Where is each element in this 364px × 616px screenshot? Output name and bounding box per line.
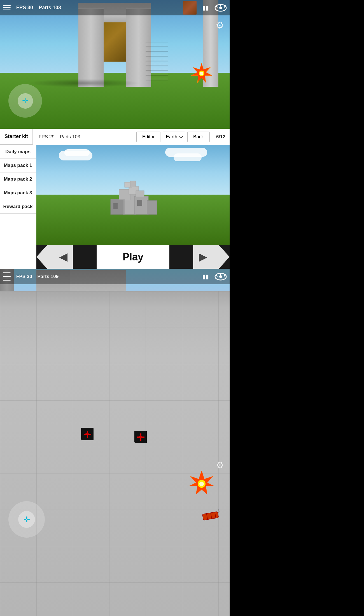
menu-parts-value: Parts 103 — [60, 134, 80, 139]
preview-rubble — [105, 177, 161, 217]
prev-map-button[interactable]: ◀ — [36, 245, 73, 269]
fps-parts-bottom: FPS 30 Parts 109 — [16, 274, 197, 279]
joystick-handle-bottom[interactable]: ✛ — [18, 511, 35, 528]
arch-structure — [62, 3, 168, 87]
explosion-top — [190, 62, 213, 84]
svg-rect-11 — [147, 200, 157, 214]
hamburger-line-3b — [3, 280, 11, 281]
hud-bar-bottom: FPS 30 Parts 109 ▮▮ — [0, 269, 230, 284]
hamburger-line-1 — [3, 5, 11, 6]
pause-button-bottom[interactable]: ▮▮ — [202, 273, 209, 280]
game-view-top: FPS 30 Parts 103 ▮▮ ⚙ ✛ — [0, 0, 230, 129]
parts-value-bottom: Parts 109 — [38, 274, 59, 279]
sidebar-item-maps-pack-1[interactable]: Maps pack 1 — [0, 159, 36, 172]
menu-top-bar: Starter kit FPS 29 Parts 103 Editor Eart… — [0, 129, 230, 145]
left-sidebar: Daily maps Maps pack 1 Maps pack 2 Maps … — [0, 145, 36, 269]
svg-rect-14 — [136, 191, 144, 197]
fps-value-bottom: FPS 30 — [16, 274, 32, 279]
svg-rect-18 — [137, 200, 142, 206]
svg-point-1 — [219, 6, 222, 9]
joystick-top[interactable]: ✛ — [8, 84, 42, 118]
hamburger-line-1b — [3, 272, 11, 273]
game-preview-area: ◀ Play ▶ — [36, 145, 230, 269]
concrete-wall-main — [0, 291, 230, 616]
arch-steps — [146, 42, 168, 81]
hud-bar-top: FPS 30 Parts 103 ▮▮ — [0, 0, 230, 15]
svg-rect-12 — [119, 189, 130, 200]
hamburger-icon-bottom[interactable] — [3, 272, 11, 281]
cloud-1b — [64, 149, 90, 156]
arrow-right-icon: ▶ — [199, 251, 207, 263]
sidebar-item-maps-pack-2[interactable]: Maps pack 2 — [0, 172, 36, 186]
sidebar-item-daily-maps[interactable]: Daily maps — [0, 145, 36, 159]
cloud-3 — [165, 148, 207, 157]
chevron-down-icon — [179, 134, 183, 138]
gear-icon-bottom[interactable]: ⚙ — [216, 460, 224, 470]
editor-button[interactable]: Editor — [136, 132, 160, 142]
svg-point-27 — [199, 482, 204, 486]
sidebar-item-maps-pack-3[interactable]: Maps pack 3 — [0, 186, 36, 200]
tnt-box-1 — [81, 428, 93, 440]
svg-rect-19 — [111, 199, 125, 214]
visibility-icon-top[interactable] — [214, 4, 227, 12]
svg-rect-34 — [82, 428, 94, 440]
arch-left-pillar — [78, 8, 104, 87]
menu-fps-value: FPS 29 — [39, 134, 55, 139]
tnt-box-2 — [134, 431, 146, 442]
menu-fps-info: FPS 29 Parts 103 — [33, 134, 136, 140]
starter-kit-button[interactable]: Starter kit — [0, 129, 33, 145]
earth-dropdown[interactable]: Earth — [163, 132, 185, 142]
map-thumbnail — [183, 1, 197, 15]
navigation-bar: ◀ Play ▶ — [36, 245, 230, 269]
joystick-handle-top[interactable]: ✛ — [18, 93, 33, 109]
play-button[interactable]: Play — [97, 245, 169, 269]
explosion-bottom — [188, 469, 216, 498]
svg-rect-37 — [135, 431, 147, 443]
hamburger-line-3 — [3, 10, 11, 10]
tnt-svg-2 — [135, 431, 147, 443]
gear-icon-top[interactable]: ⚙ — [216, 20, 224, 31]
rubble-svg — [105, 177, 161, 216]
svg-point-7 — [200, 72, 203, 75]
pause-button-top[interactable]: ▮▮ — [202, 4, 209, 11]
hamburger-line-2 — [3, 7, 11, 8]
fps-value-top: FPS 30 — [16, 5, 33, 10]
page-counter: 6/12 — [212, 134, 230, 140]
fps-parts-label-top: FPS 30 Parts 103 — [16, 5, 178, 11]
svg-rect-16 — [130, 181, 136, 187]
parts-value-top: Parts 103 — [39, 5, 61, 10]
sidebar-item-reward-pack[interactable]: Reward pack — [0, 200, 36, 214]
arrow-left-icon: ◀ — [59, 251, 67, 263]
arch-shadow — [28, 79, 140, 87]
tnt-svg-1 — [82, 428, 94, 440]
menu-section: Starter kit FPS 29 Parts 103 Editor Eart… — [0, 129, 230, 269]
concrete-grid-texture — [0, 291, 230, 616]
explosion-star-top — [190, 62, 213, 84]
game-view-bottom: FPS 30 Parts 109 ▮▮ ⚙ — [0, 269, 230, 616]
hamburger-icon[interactable] — [3, 5, 11, 10]
menu-content: Daily maps Maps pack 1 Maps pack 2 Maps … — [0, 145, 230, 269]
arch-opening — [104, 22, 126, 62]
next-map-button[interactable]: ▶ — [193, 245, 230, 269]
hamburger-line-2b — [3, 276, 11, 277]
back-button[interactable]: Back — [187, 132, 210, 142]
joystick-bottom[interactable]: ✛ — [8, 501, 45, 538]
svg-point-21 — [219, 275, 222, 278]
visibility-icon-bottom[interactable] — [214, 273, 227, 281]
earth-label: Earth — [166, 134, 177, 140]
explosion-star-bottom — [188, 469, 216, 497]
